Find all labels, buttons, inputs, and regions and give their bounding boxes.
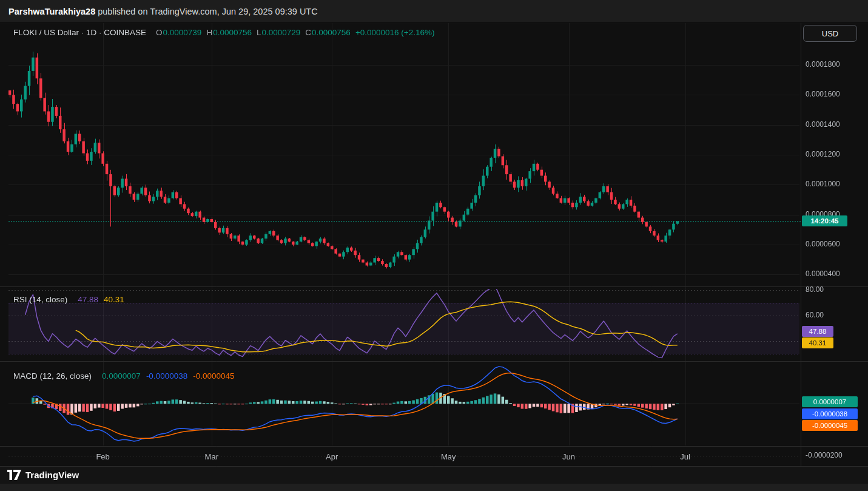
time-tick-label: Mar (198, 452, 225, 461)
rsi-value: 47.88 (78, 295, 98, 304)
price-tick-label: 0.0001000 (806, 180, 840, 188)
time-tick-label: Feb (90, 452, 116, 461)
price-tick-label: 0.0001600 (806, 90, 840, 98)
rsi-tick-label: 80.00 (806, 285, 824, 294)
low-label: L (257, 28, 261, 37)
footer-bar: TradingView (0, 467, 868, 491)
time-axis[interactable]: FebMarAprMayJunJul (0, 447, 801, 466)
attribution-text: published on TradingView.com, Jun 29, 20… (95, 7, 318, 16)
currency-button[interactable]: USD (803, 25, 857, 42)
macd-line-value: -0.0000038 (146, 371, 187, 381)
close-label: C (305, 28, 311, 37)
rsi-value-badge: 47.88 (802, 326, 833, 337)
price-tick-label: 0.0000400 (806, 269, 840, 278)
macd-title[interactable]: MACD (12, 26, close) (13, 371, 92, 381)
chart-canvas[interactable] (0, 0, 868, 491)
price-tick-label: 0.0001800 (806, 60, 840, 69)
tradingview-logo-icon (7, 470, 21, 480)
time-tick-label: Apr (318, 452, 345, 461)
symbol-title[interactable]: FLOKI / US Dollar · 1D · COINBASE (13, 28, 146, 37)
open-label: O (156, 28, 163, 37)
macd-tick-label: -0.0000200 (806, 451, 843, 459)
attribution-username[interactable]: ParshwaTurakhiya28 (8, 7, 95, 16)
high-label: H (206, 28, 212, 37)
rsi-ma-value: 40.31 (104, 295, 124, 304)
price-tick-label: 0.0000600 (806, 240, 840, 248)
attribution-bar: ParshwaTurakhiya28 published on TradingV… (0, 0, 868, 23)
low-value: 0.0000729 (261, 28, 300, 37)
rsi-title[interactable]: RSI (14, close) (13, 295, 67, 304)
time-tick-label: Jun (556, 452, 582, 461)
countdown-badge: 14:20:45 (802, 215, 847, 226)
time-tick-label: Jul (672, 452, 699, 461)
price-tick-label: 0.0001400 (806, 120, 840, 129)
tradingview-logo[interactable]: TradingView (7, 470, 79, 480)
macd-hist-value: 0.0000007 (102, 371, 141, 381)
price-tick-label: 0.0001200 (806, 150, 840, 158)
high-value: 0.0000756 (213, 28, 252, 37)
macd-legend: MACD (12, 26, close) 0.0000007 -0.000003… (13, 371, 235, 381)
macd-line-badge: -0.0000038 (802, 408, 858, 419)
rsi-tick-label: 60.00 (806, 311, 824, 319)
main-chart-legend: FLOKI / US Dollar · 1D · COINBASE O0.000… (13, 28, 435, 37)
time-tick-label: May (435, 452, 462, 461)
open-value: 0.0000739 (163, 28, 202, 37)
rsi-ma-value-badge: 40.31 (802, 337, 833, 348)
close-value: 0.0000756 (312, 28, 351, 37)
macd-signal-value: -0.0000045 (193, 371, 234, 381)
macd-hist-badge: 0.0000007 (802, 396, 858, 407)
tradingview-published-chart: ParshwaTurakhiya28 published on TradingV… (0, 0, 868, 491)
rsi-legend: RSI (14, close) 47.88 40.31 (13, 295, 124, 304)
macd-signal-badge: -0.0000045 (802, 420, 858, 431)
tradingview-wordmark: TradingView (25, 470, 79, 480)
change-value: +0.0000016 (+2.16%) (355, 28, 435, 37)
